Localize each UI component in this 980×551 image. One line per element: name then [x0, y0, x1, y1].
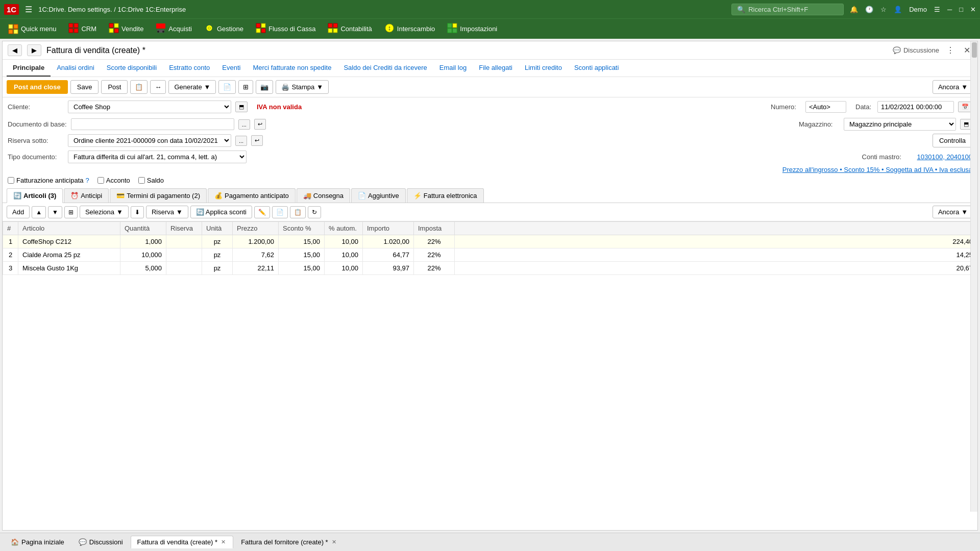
acconto-checkbox[interactable]: Acconto: [97, 177, 130, 184]
grid-view-button[interactable]: ⊞: [64, 206, 78, 218]
tab-scorte[interactable]: Scorte disponibili: [101, 60, 163, 77]
row-quantita[interactable]: 10,000: [120, 248, 166, 262]
nav-contabilita[interactable]: Contabilità: [323, 21, 377, 37]
tab-email-log[interactable]: Email log: [433, 60, 473, 77]
copy-button[interactable]: 📋: [130, 80, 148, 94]
conti-mastro-link[interactable]: 1030100, 2040100: [917, 153, 972, 161]
section-tab-consegna[interactable]: 🚚 Consegna: [297, 188, 350, 203]
row-sconto[interactable]: 15,00: [279, 248, 325, 262]
search-input[interactable]: [748, 6, 838, 13]
close-fattura-fornitore-button[interactable]: ✕: [331, 539, 337, 545]
nav-crm[interactable]: CRM: [63, 21, 102, 37]
back-button[interactable]: ◀: [8, 44, 22, 56]
minimize-icon[interactable]: ─: [947, 6, 952, 13]
applica-sconti-button[interactable]: 🔄 Applica sconti: [190, 206, 252, 218]
scrollbar[interactable]: [970, 41, 977, 512]
tab-limiti-credito[interactable]: Limiti credito: [519, 60, 568, 77]
tab-sconti-applicati[interactable]: Sconti applicati: [568, 60, 625, 77]
nav-quick-menu[interactable]: Quick menu: [3, 22, 61, 36]
row-imposta[interactable]: 22%: [414, 248, 455, 262]
pricing-info-link[interactable]: Prezzo all'ingrosso • Sconto 15% • Sogge…: [782, 166, 972, 173]
tab-merci-fatturate[interactable]: Merci fatturate non spedite: [247, 60, 337, 77]
documento-base-more-button[interactable]: ...: [238, 119, 250, 130]
nav-vendite[interactable]: Vendite: [104, 21, 149, 37]
row-importo[interactable]: 93,97: [363, 262, 414, 275]
move-up-button[interactable]: ▲: [32, 206, 46, 218]
tab-file-allegati[interactable]: File allegati: [473, 60, 519, 77]
table-row[interactable]: 1 CoffeShop C212 1,000 pz 1.200,00 15,00…: [3, 235, 977, 248]
stampa-button[interactable]: 🖨️ Stampa ▼: [276, 80, 329, 94]
magazzino-select[interactable]: Magazzino principale: [844, 118, 956, 131]
table-row[interactable]: 2 Cialde Aroma 25 pz 10,000 pz 7,62 15,0…: [3, 248, 977, 262]
nav-flusso[interactable]: Flusso di Cassa: [251, 21, 321, 37]
nav-gestione[interactable]: Gestione: [199, 21, 249, 37]
row-articolo[interactable]: Cialde Aroma 25 pz: [18, 248, 120, 262]
paste-button[interactable]: 📄: [218, 80, 236, 94]
discussion-button[interactable]: 💬 Discussione: [893, 46, 939, 54]
controlla-button[interactable]: Controlla: [933, 134, 972, 147]
row-autom[interactable]: 10,00: [325, 248, 363, 262]
hamburger-icon[interactable]: ☰: [25, 5, 32, 14]
row-prezzo[interactable]: 1.200,00: [233, 235, 279, 248]
seleziona-button[interactable]: Seleziona ▼: [80, 206, 129, 218]
exchange-button[interactable]: ↔: [150, 80, 166, 94]
data-input[interactable]: [877, 101, 954, 113]
cliente-open-button[interactable]: ⬒: [235, 102, 248, 112]
photo-button[interactable]: 📷: [256, 80, 273, 94]
row-quantita[interactable]: 1,000: [120, 235, 166, 248]
row-autom[interactable]: 10,00: [325, 262, 363, 275]
paste2-button[interactable]: 📋: [290, 206, 306, 218]
cliente-select[interactable]: Coffee Shop: [68, 101, 231, 113]
edit-button[interactable]: ✏️: [254, 206, 270, 218]
tab-estratto[interactable]: Estratto conto: [163, 60, 216, 77]
ancora-sub-button[interactable]: Ancora ▼: [933, 206, 973, 218]
row-articolo[interactable]: CoffeShop C212: [18, 235, 120, 248]
row-sconto[interactable]: 15,00: [279, 235, 325, 248]
section-tab-fattura-elettronica[interactable]: ⚡ Fattura elettronica: [407, 188, 484, 203]
grid-button[interactable]: ⊞: [238, 80, 253, 94]
more-options-button[interactable]: ⋮: [944, 45, 957, 55]
user-icon[interactable]: 👤: [894, 6, 902, 13]
nav-acquisti[interactable]: Acquisti: [151, 21, 197, 37]
star-icon[interactable]: ☆: [880, 6, 887, 13]
section-tab-termini[interactable]: 💳 Termini di pagamento (2): [110, 188, 207, 203]
documento-base-open-button[interactable]: ↩: [254, 119, 266, 130]
bottom-tab-pagina-iniziale[interactable]: 🏠 Pagina iniziale: [4, 536, 71, 548]
row-riserva[interactable]: [166, 262, 202, 275]
generate-button[interactable]: Generate ▼: [168, 80, 216, 94]
riserva-sotto-open-button[interactable]: ↩: [251, 135, 263, 146]
save-button[interactable]: Save: [70, 80, 99, 94]
row-articolo[interactable]: Miscela Gusto 1Kg: [18, 262, 120, 275]
bottom-tab-fattura-vendita[interactable]: Fattura di vendita (create) * ✕: [131, 536, 234, 548]
riserva-button[interactable]: Riserva ▼: [146, 206, 188, 218]
section-tab-anticipi[interactable]: ⏰ Anticipi: [64, 188, 109, 203]
close-fattura-vendita-button[interactable]: ✕: [220, 539, 227, 545]
saldo-checkbox[interactable]: Saldo: [138, 177, 164, 184]
fatturazione-anticipata-checkbox[interactable]: Fatturazione anticipata ?: [8, 177, 89, 184]
tab-analisi-ordini[interactable]: Analisi ordini: [51, 60, 101, 77]
riserva-sotto-select[interactable]: Ordine cliente 2021-000009 con data 10/0…: [68, 134, 231, 147]
row-imposta[interactable]: 22%: [414, 262, 455, 275]
row-imposta[interactable]: 22%: [414, 235, 455, 248]
row-riserva[interactable]: [166, 235, 202, 248]
post-button[interactable]: Post: [101, 80, 128, 94]
numero-input[interactable]: [805, 101, 846, 113]
tab-principale[interactable]: Principale: [7, 60, 51, 77]
search-box[interactable]: 🔍: [731, 4, 844, 15]
table-row[interactable]: 3 Miscela Gusto 1Kg 5,000 pz 22,11 15,00…: [3, 262, 977, 275]
copy2-button[interactable]: 📄: [272, 206, 288, 218]
section-tab-aggiuntive[interactable]: 📄 Aggiuntive: [351, 188, 406, 203]
ancora-toolbar-button[interactable]: Ancora ▼: [933, 80, 973, 94]
section-tab-articoli[interactable]: 🔄 Articoli (3): [7, 188, 63, 203]
tab-eventi[interactable]: Eventi: [216, 60, 247, 77]
bottom-tab-discussioni[interactable]: 💬 Discussioni: [72, 536, 130, 548]
row-autom[interactable]: 10,00: [325, 235, 363, 248]
riserva-sotto-more-button[interactable]: ...: [235, 136, 247, 146]
documento-base-input[interactable]: [71, 118, 234, 130]
row-sconto[interactable]: 15,00: [279, 262, 325, 275]
row-importo[interactable]: 1.020,00: [363, 235, 414, 248]
bottom-tab-fattura-fornitore[interactable]: Fattura del fornitore (create) * ✕: [234, 536, 344, 548]
import-button[interactable]: ⬇: [131, 206, 144, 218]
row-imposta-val[interactable]: 224,40: [455, 235, 977, 248]
row-riserva[interactable]: [166, 248, 202, 262]
